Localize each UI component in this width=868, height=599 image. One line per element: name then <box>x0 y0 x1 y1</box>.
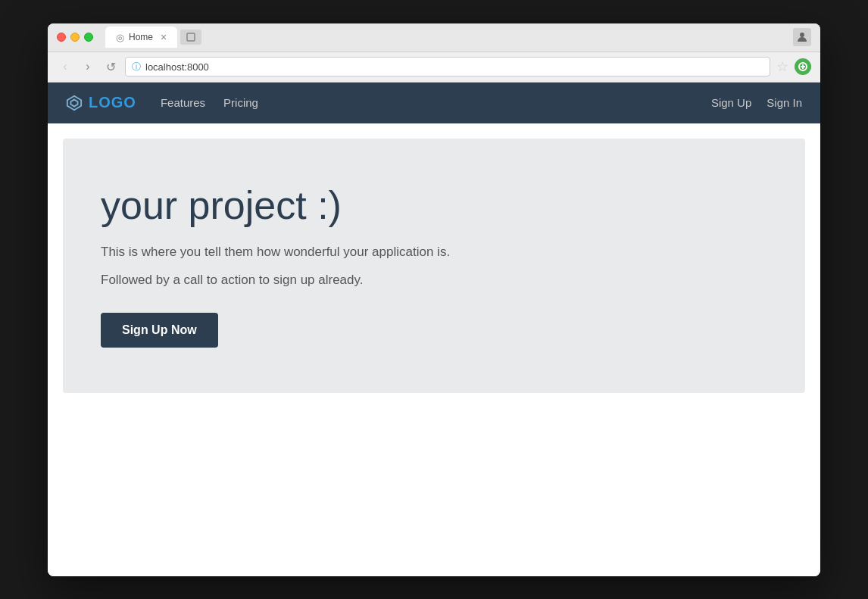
brand-name: LOGO <box>89 94 136 111</box>
window-user-icon <box>793 28 811 46</box>
svg-marker-6 <box>70 99 77 106</box>
svg-point-1 <box>800 33 804 37</box>
hero-section: your project :) This is where you tell t… <box>63 139 805 393</box>
hero-title: your project :) <box>101 184 767 227</box>
reload-icon: ↺ <box>106 60 116 74</box>
signup-now-button[interactable]: Sign Up Now <box>101 313 218 348</box>
logo-icon <box>66 95 83 111</box>
svg-rect-0 <box>187 33 195 41</box>
maximize-button[interactable] <box>84 33 93 42</box>
new-tab-button[interactable] <box>180 30 201 45</box>
nav-pricing[interactable]: Pricing <box>223 96 258 109</box>
forward-button[interactable]: › <box>80 58 96 75</box>
url-text: localhost:8000 <box>145 61 209 73</box>
tab-title: Home <box>129 32 153 42</box>
nav-features[interactable]: Features <box>161 96 205 109</box>
info-icon: ⓘ <box>132 61 141 73</box>
navbar: LOGO Features Pricing Sign Up Sign In <box>48 83 820 123</box>
tab-globe-icon: ◎ <box>116 32 124 43</box>
go-button[interactable] <box>795 58 811 75</box>
traffic-lights <box>57 33 93 42</box>
bookmark-star-icon[interactable]: ☆ <box>776 58 788 75</box>
hero-subtitle-1: This is where you tell them how wonderfu… <box>101 242 767 262</box>
navbar-brand: LOGO <box>66 94 136 111</box>
active-tab[interactable]: ◎ Home × <box>105 27 177 48</box>
close-button[interactable] <box>57 33 66 42</box>
hero-cta: Sign Up Now <box>101 313 767 348</box>
nav-signup[interactable]: Sign Up <box>711 96 751 109</box>
browser-window: ◎ Home × ‹ › ↺ ⓘ <box>48 23 820 576</box>
page-body <box>48 408 820 560</box>
hero-subtitle-2: Followed by a call to action to sign up … <box>101 270 767 290</box>
back-button[interactable]: ‹ <box>57 58 73 75</box>
svg-marker-5 <box>67 95 81 109</box>
address-input[interactable]: ⓘ localhost:8000 <box>125 57 770 76</box>
tab-bar: ◎ Home × <box>105 27 787 48</box>
tab-close-icon[interactable]: × <box>161 31 167 43</box>
back-icon: ‹ <box>63 60 67 73</box>
nav-actions: Sign Up Sign In <box>711 96 802 109</box>
forward-icon: › <box>86 60 89 73</box>
address-bar: ‹ › ↺ ⓘ localhost:8000 ☆ <box>48 52 820 83</box>
reload-button[interactable]: ↺ <box>102 58 119 75</box>
title-bar: ◎ Home × <box>48 23 820 52</box>
minimize-button[interactable] <box>70 33 80 42</box>
website-content: LOGO Features Pricing Sign Up Sign In yo… <box>48 83 820 576</box>
nav-links: Features Pricing <box>161 96 711 109</box>
nav-signin[interactable]: Sign In <box>767 96 802 109</box>
